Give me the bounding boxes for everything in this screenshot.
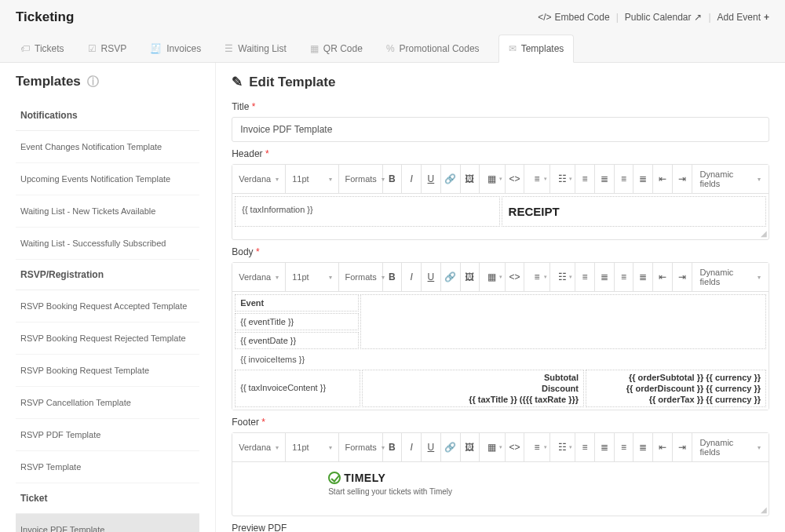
tab-invoices[interactable]: 🧾Invoices	[145, 35, 206, 62]
sidebar-item[interactable]: RSVP Booking Request Template	[16, 355, 199, 387]
sidebar-item[interactable]: RSVP Booking Request Rejected Template	[16, 322, 199, 355]
underline-button[interactable]: U	[422, 433, 441, 461]
public-calendar-link[interactable]: Public Calendar ↗	[625, 12, 703, 23]
header-links: </> Embed Code | Public Calendar ↗ | Add…	[538, 12, 769, 23]
sidebar-item[interactable]: Waiting List - New Tickets Available	[16, 195, 199, 228]
bold-button[interactable]: B	[383, 263, 403, 291]
link-button[interactable]: 🔗	[441, 165, 461, 193]
align-left-button[interactable]: ≡	[575, 433, 595, 461]
bullet-list-button[interactable]: ≡▾	[524, 433, 550, 461]
add-event-link[interactable]: Add Event +	[717, 12, 769, 23]
image-button[interactable]: 🖼	[461, 433, 480, 461]
align-justify-button[interactable]: ≣	[633, 165, 653, 193]
code-button[interactable]: <>	[506, 433, 525, 461]
italic-button[interactable]: I	[402, 165, 422, 193]
bullet-list-button[interactable]: ≡▾	[524, 263, 550, 291]
tab-templates[interactable]: ✉Templates	[498, 35, 575, 63]
underline-button[interactable]: U	[422, 263, 441, 291]
preview-label: Preview PDF	[232, 523, 769, 532]
italic-button[interactable]: I	[402, 433, 422, 461]
title-input[interactable]	[232, 117, 769, 142]
size-select[interactable]: 11pt▾	[286, 263, 338, 291]
qr-icon: ▦	[310, 43, 319, 54]
font-select[interactable]: Verdana▾	[232, 263, 286, 291]
align-right-button[interactable]: ≡	[615, 263, 634, 291]
bold-button[interactable]: B	[383, 165, 403, 193]
sidebar-item[interactable]: RSVP Booking Request Accepted Template	[16, 290, 199, 322]
resize-grip[interactable]: ◢	[232, 229, 769, 239]
resize-grip[interactable]: ◢	[232, 505, 769, 516]
align-center-button[interactable]: ≣	[595, 165, 615, 193]
table-button[interactable]: ▦▾	[480, 263, 505, 291]
sidebar-item[interactable]: RSVP PDF Template	[16, 419, 199, 451]
image-button[interactable]: 🖼	[461, 263, 480, 291]
event-head-cell[interactable]: Event	[235, 294, 359, 312]
underline-button[interactable]: U	[422, 165, 441, 193]
formats-select[interactable]: Formats▾	[339, 165, 383, 193]
summary-values-cell[interactable]: {{ orderSubtotal }} {{ currency }} {{ or…	[586, 370, 766, 407]
info-icon[interactable]: ⓘ	[87, 75, 99, 89]
header-editor-body[interactable]: {{ taxInformation }} RECEIPT	[232, 194, 769, 229]
dynamic-fields-select[interactable]: Dynamic fields▾	[692, 433, 769, 461]
image-button[interactable]: 🖼	[461, 165, 480, 193]
code-button[interactable]: <>	[506, 165, 525, 193]
embed-code-link[interactable]: </> Embed Code	[538, 12, 609, 23]
tab-waiting[interactable]: ☰Waiting List	[220, 35, 291, 62]
indent-button[interactable]: ⇥	[673, 433, 692, 461]
align-left-button[interactable]: ≡	[575, 263, 595, 291]
tab-qr[interactable]: ▦QR Code	[305, 35, 367, 62]
number-list-button[interactable]: ☷▾	[550, 433, 575, 461]
table-button[interactable]: ▦▾	[480, 165, 505, 193]
align-justify-button[interactable]: ≣	[633, 263, 653, 291]
sidebar-item[interactable]: Waiting List - Successfully Subscribed	[16, 228, 199, 260]
tab-promos[interactable]: %Promotional Codes	[382, 35, 484, 62]
indent-button[interactable]: ⇥	[673, 263, 692, 291]
dynamic-fields-select[interactable]: Dynamic fields▾	[692, 165, 769, 193]
font-select[interactable]: Verdana▾	[232, 165, 286, 193]
align-center-button[interactable]: ≣	[595, 433, 615, 461]
sidebar-item-active[interactable]: Invoice PDF Template	[16, 514, 199, 532]
code-button[interactable]: <>	[506, 263, 525, 291]
bold-button[interactable]: B	[383, 433, 403, 461]
dynamic-fields-select[interactable]: Dynamic fields▾	[692, 263, 769, 291]
align-right-button[interactable]: ≡	[615, 165, 634, 193]
formats-select[interactable]: Formats▾	[339, 263, 383, 291]
table-button[interactable]: ▦▾	[480, 433, 505, 461]
invoice-items-line[interactable]: {{ invoiceItems }}	[234, 350, 767, 369]
size-select[interactable]: 11pt▾	[286, 433, 338, 461]
number-list-button[interactable]: ☷▾	[550, 165, 575, 193]
formats-select[interactable]: Formats▾	[339, 433, 383, 461]
link-button[interactable]: 🔗	[441, 433, 461, 461]
sidebar-item[interactable]: RSVP Template	[16, 451, 199, 483]
outdent-button[interactable]: ⇤	[653, 165, 673, 193]
outdent-button[interactable]: ⇤	[653, 263, 673, 291]
align-left-button[interactable]: ≡	[575, 165, 595, 193]
font-select[interactable]: Verdana▾	[232, 433, 286, 461]
event-date-cell[interactable]: {{ eventDate }}	[235, 332, 359, 349]
tax-invoice-cell[interactable]: {{ taxInvoiceContent }}	[235, 370, 360, 407]
event-title-cell[interactable]: {{ eventTitle }}	[235, 313, 359, 330]
align-center-button[interactable]: ≣	[595, 263, 615, 291]
align-right-button[interactable]: ≡	[615, 433, 634, 461]
size-select[interactable]: 11pt▾	[286, 165, 338, 193]
sidebar-item[interactable]: Event Changes Notification Template	[16, 131, 199, 163]
bullet-list-button[interactable]: ≡▾	[524, 165, 550, 193]
indent-button[interactable]: ⇥	[673, 165, 692, 193]
italic-button[interactable]: I	[402, 263, 422, 291]
tab-rsvp[interactable]: ☑RSVP	[83, 35, 132, 62]
sidebar-item[interactable]: RSVP Cancellation Template	[16, 387, 199, 419]
outdent-button[interactable]: ⇤	[653, 433, 673, 461]
align-justify-button[interactable]: ≣	[633, 433, 653, 461]
header-right-cell[interactable]: RECEIPT	[502, 196, 766, 227]
body-editor-body[interactable]: Event {{ eventTitle }} {{ eventDate }} {…	[232, 292, 769, 410]
body-toolbar: Verdana▾ 11pt▾ Formats▾ B I U 🔗 🖼 ▦▾ <> …	[232, 263, 769, 292]
tab-tickets[interactable]: 🏷Tickets	[16, 35, 69, 62]
group-ticket: Ticket	[16, 483, 199, 514]
event-spacer-cell[interactable]	[360, 294, 766, 349]
summary-labels-cell[interactable]: Subtotal Discount {{ taxTitle }} ({{{ ta…	[362, 370, 584, 407]
sidebar-item[interactable]: Upcoming Events Notification Template	[16, 163, 199, 195]
number-list-button[interactable]: ☷▾	[550, 263, 575, 291]
footer-editor-body[interactable]: TIMELY Start selling your tickets with T…	[232, 462, 769, 505]
header-left-cell[interactable]: {{ taxInformation }}	[235, 196, 499, 227]
link-button[interactable]: 🔗	[441, 263, 461, 291]
